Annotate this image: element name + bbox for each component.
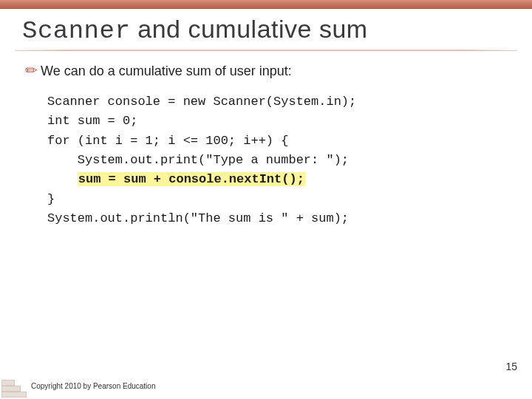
code-line-7: System.out.println("The sum is " + sum); [47, 211, 349, 225]
top-accent-bar [0, 0, 532, 9]
code-line-5-indent [47, 172, 78, 186]
deco-step [1, 380, 15, 386]
deco-step [1, 392, 27, 398]
code-line-2: int sum = 0; [47, 114, 137, 128]
code-block: Scanner console = new Scanner(System.in)… [47, 92, 507, 228]
bullet-text: We can do a cumulative sum of user input… [41, 64, 292, 79]
code-line-4: System.out.print("Type a number: "); [47, 153, 349, 167]
code-line-1: Scanner console = new Scanner(System.in)… [47, 95, 356, 109]
code-line-5-highlight: sum = sum + console.nextInt(); [78, 172, 305, 186]
deco-step [1, 386, 21, 392]
bullet-icon: ✏ [25, 61, 38, 79]
title-mono: Scanner [22, 17, 130, 45]
body: ✏ We can do a cumulative sum of user inp… [0, 51, 532, 228]
slide: Scanner and cumulative sum ✏ We can do a… [0, 0, 532, 399]
code-line-6: } [47, 192, 55, 206]
title-rest: and cumulative sum [130, 15, 367, 43]
page-number: 15 [505, 361, 517, 372]
slide-title: Scanner and cumulative sum [22, 15, 510, 45]
title-area: Scanner and cumulative sum [0, 9, 532, 48]
corner-decoration [1, 375, 28, 398]
code-line-3: for (int i = 1; i <= 100; i++) { [47, 134, 288, 148]
bullet-row: ✏ We can do a cumulative sum of user inp… [25, 61, 507, 79]
copyright-text: Copyright 2010 by Pearson Education [31, 382, 155, 390]
